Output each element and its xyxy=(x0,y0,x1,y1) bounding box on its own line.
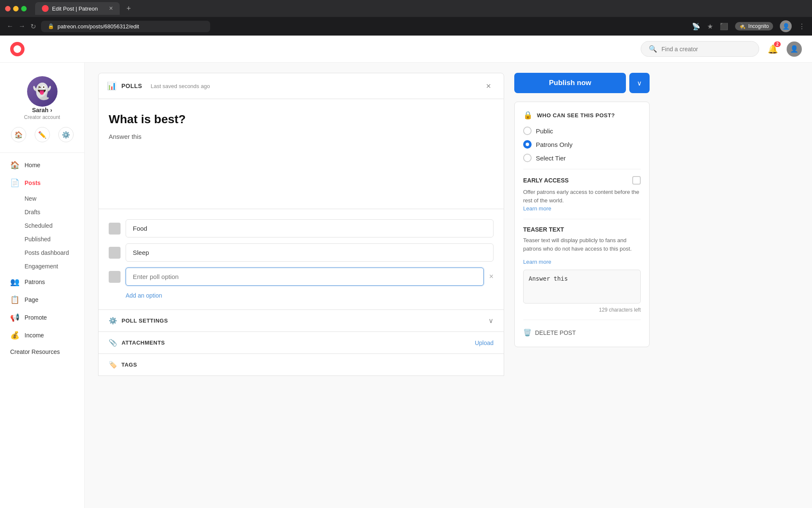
content-area: 📊 POLLS Last saved seconds ago × What is… xyxy=(85,63,812,508)
cast-icon[interactable]: 📡 xyxy=(692,22,700,30)
attachments-left: 📎 ATTACHMENTS xyxy=(109,339,165,347)
tags-bar[interactable]: 🏷️ TAGS xyxy=(98,354,504,376)
visibility-patrons-radio[interactable] xyxy=(523,140,532,149)
visibility-select-tier-option[interactable]: Select Tier xyxy=(523,154,641,162)
browser-reload-button[interactable]: ↻ xyxy=(30,22,36,30)
publish-row: Publish now ∨ xyxy=(514,73,650,93)
new-tab-button[interactable]: + xyxy=(126,4,131,13)
income-icon: 💰 xyxy=(10,331,19,340)
polls-saved-status: Last saved seconds ago xyxy=(151,83,210,89)
visibility-public-radio[interactable] xyxy=(523,127,532,135)
sidebar-item-patrons-label: Patrons xyxy=(25,279,45,285)
settings-button[interactable]: ⚙️ xyxy=(58,127,74,142)
close-window-dot[interactable] xyxy=(5,6,11,11)
sidebar-subitem-engagement[interactable]: Engagement xyxy=(0,260,84,273)
sidebar-item-posts[interactable]: 📄 Posts xyxy=(0,174,84,192)
sidebar-item-page[interactable]: 📋 Page xyxy=(0,291,84,309)
teaser-learn-more-link[interactable]: Learn more xyxy=(523,259,551,265)
editor-section: 📊 POLLS Last saved seconds ago × What is… xyxy=(98,73,504,498)
teaser-textarea[interactable] xyxy=(523,270,641,304)
right-panel: Publish now ∨ 🔒 WHO CAN SEE THIS POST? P… xyxy=(514,73,650,498)
option-1-checkbox[interactable] xyxy=(109,223,121,235)
creator-avatar: 👻 xyxy=(27,76,58,107)
visibility-public-option[interactable]: Public xyxy=(523,127,641,135)
poll-settings-bar[interactable]: ⚙️ POLL SETTINGS ∨ xyxy=(98,310,504,332)
browser-back-button[interactable]: ← xyxy=(7,22,14,30)
incognito-badge: 🕵 Incognito xyxy=(735,22,773,30)
teaser-char-count: 129 characters left xyxy=(523,307,641,313)
sidebar-item-income-label: Income xyxy=(25,332,44,339)
sidebar-item-home-label: Home xyxy=(25,162,40,168)
post-description[interactable]: Answer this xyxy=(109,133,494,140)
address-bar: ← → ↻ 🔒 patreon.com/posts/68056312/edit … xyxy=(0,17,812,36)
edit-page-button[interactable]: ✏️ xyxy=(35,127,50,142)
extensions-icon[interactable]: ⬛ xyxy=(720,22,728,30)
maximize-window-dot[interactable] xyxy=(21,6,27,11)
posts-icon: 📄 xyxy=(10,178,19,188)
address-input[interactable]: 🔒 patreon.com/posts/68056312/edit xyxy=(41,21,210,32)
sidebar-item-promote-label: Promote xyxy=(25,314,47,321)
early-access-learn-more-link[interactable]: Learn more xyxy=(523,205,551,212)
early-access-checkbox[interactable] xyxy=(632,176,641,185)
view-page-button[interactable]: 🏠 xyxy=(11,127,26,142)
teaser-description: Teaser text will display publicly to fan… xyxy=(523,236,641,253)
editor-close-button[interactable]: × xyxy=(482,79,495,93)
bookmark-icon[interactable]: ★ xyxy=(707,22,713,30)
upload-link[interactable]: Upload xyxy=(475,340,494,346)
sidebar-item-home[interactable]: 🏠 Home xyxy=(0,156,84,174)
incognito-hat-icon: 🕵 xyxy=(739,23,746,29)
notifications-button[interactable]: 🔔 2 xyxy=(768,44,778,54)
teaser-title: TEASER TEXT xyxy=(523,226,641,233)
page-icon: 📋 xyxy=(10,295,19,304)
publish-dropdown-button[interactable]: ∨ xyxy=(629,73,650,93)
sidebar-item-income[interactable]: 💰 Income xyxy=(0,326,84,344)
browser-menu-icon[interactable]: ⋮ xyxy=(798,22,805,30)
poll-settings-chevron-icon: ∨ xyxy=(488,317,494,325)
option-2-input[interactable] xyxy=(126,243,494,262)
sidebar-subitem-new[interactable]: New xyxy=(0,192,84,205)
option-2-checkbox[interactable] xyxy=(109,247,121,259)
add-option-link[interactable]: Add an option xyxy=(126,292,162,299)
sidebar-subitem-drafts[interactable]: Drafts xyxy=(0,205,84,219)
tab-favicon xyxy=(42,5,49,12)
attachments-bar: 📎 ATTACHMENTS Upload xyxy=(98,332,504,354)
poll-option-row-1 xyxy=(109,219,494,237)
home-icon: 🏠 xyxy=(10,160,19,170)
option-3-remove-button[interactable]: × xyxy=(489,272,494,281)
browser-tab[interactable]: Edit Post | Patreon × xyxy=(35,2,120,15)
promote-icon: 📢 xyxy=(10,313,19,322)
browser-dots xyxy=(5,6,27,11)
visibility-tier-radio[interactable] xyxy=(523,154,532,162)
poll-settings-icon: ⚙️ xyxy=(109,317,118,325)
option-3-checkbox[interactable] xyxy=(109,271,121,283)
poll-settings-label: ⚙️ POLL SETTINGS xyxy=(109,317,168,325)
sidebar-subitem-published[interactable]: Published xyxy=(0,232,84,246)
minimize-window-dot[interactable] xyxy=(13,6,19,11)
editor-body[interactable]: What is best? Answer this xyxy=(98,99,504,209)
tab-close-button[interactable]: × xyxy=(109,5,113,12)
creator-actions: 🏠 ✏️ ⚙️ xyxy=(11,127,74,142)
search-input[interactable] xyxy=(661,46,751,52)
creator-role: Creator account xyxy=(24,114,60,120)
sidebar-subitem-scheduled[interactable]: Scheduled xyxy=(0,219,84,232)
post-title[interactable]: What is best? xyxy=(109,113,494,126)
publish-now-button[interactable]: Publish now xyxy=(514,73,626,93)
search-icon: 🔍 xyxy=(649,45,657,53)
delete-post-button[interactable]: 🗑️ DELETE POST xyxy=(523,327,576,338)
patrons-icon: 👥 xyxy=(10,277,19,287)
sidebar-item-creator-resources[interactable]: Creator Resources xyxy=(0,344,84,359)
sidebar-item-patrons[interactable]: 👥 Patrons xyxy=(0,273,84,291)
sidebar-subitem-posts-dashboard[interactable]: Posts dashboard xyxy=(0,246,84,260)
option-1-input[interactable] xyxy=(126,219,494,237)
browser-forward-button[interactable]: → xyxy=(19,22,25,30)
search-bar[interactable]: 🔍 xyxy=(641,41,759,57)
sidebar-item-promote[interactable]: 📢 Promote xyxy=(0,309,84,326)
user-avatar-button[interactable]: 👤 xyxy=(787,41,802,57)
option-3-input[interactable] xyxy=(126,268,484,286)
browser-chrome: Edit Post | Patreon × + xyxy=(0,0,812,17)
app-logo xyxy=(10,42,25,56)
browser-profile-avatar[interactable]: 👤 xyxy=(780,20,792,32)
visibility-patrons-only-option[interactable]: Patrons Only xyxy=(523,140,641,149)
url-text: patreon.com/posts/68056312/edit xyxy=(58,23,139,30)
creator-name[interactable]: Sarah › xyxy=(32,107,52,113)
